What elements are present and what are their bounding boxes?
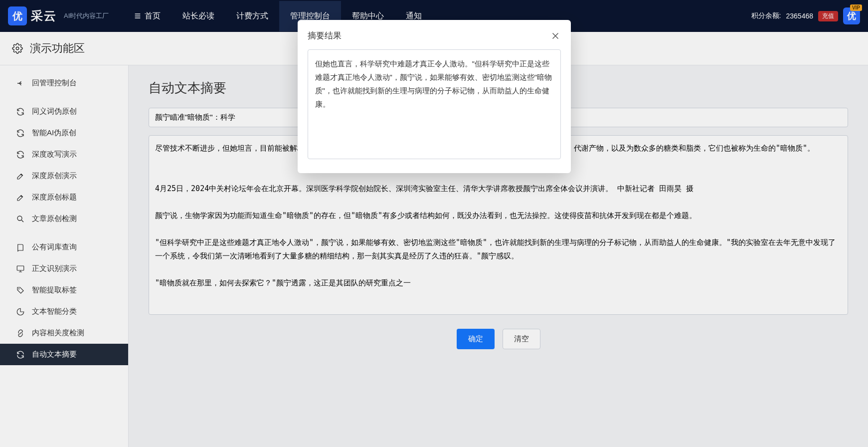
modal-title: 摘要结果 [308, 30, 342, 41]
modal-body: 但她也直言，科学研究中难题才真正令人激动。"但科学研究中正是这些难题才真正地令人… [308, 49, 561, 159]
modal: 摘要结果 但她也直言，科学研究中难题才真正令人激动。"但科学研究中正是这些难题才… [298, 20, 571, 173]
close-icon[interactable] [550, 30, 561, 41]
modal-mask[interactable]: 摘要结果 但她也直言，科学研究中难题才真正令人激动。"但科学研究中正是这些难题才… [0, 0, 868, 447]
